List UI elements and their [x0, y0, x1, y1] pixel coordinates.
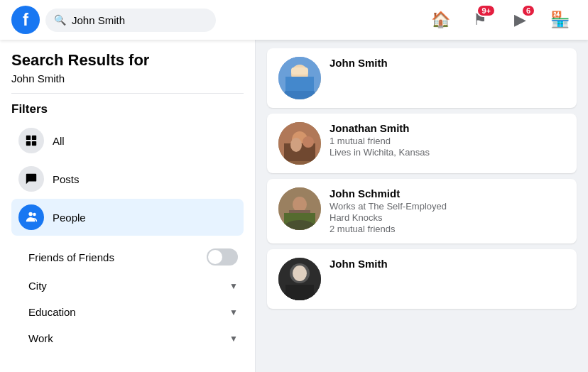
facebook-logo[interactable]: f	[11, 6, 40, 34]
filters-label: Filters	[11, 102, 244, 116]
table-row[interactable]: John Smith	[267, 249, 577, 309]
svg-rect-8	[285, 77, 314, 91]
table-row[interactable]: John Smith	[267, 48, 577, 108]
search-input[interactable]	[72, 14, 207, 26]
work-chevron-icon: ▼	[229, 334, 238, 344]
home-button[interactable]: 🏠	[423, 3, 457, 37]
result-card-info: Jonathan Smith 1 mutual friend Lives in …	[330, 122, 430, 158]
sidebar: Search Results for John Smith Filters Al…	[0, 40, 256, 372]
table-row[interactable]: Jonathan Smith 1 mutual friend Lives in …	[267, 114, 577, 173]
friends-of-friends-toggle[interactable]	[207, 248, 238, 266]
city-label: City	[28, 280, 47, 292]
svg-point-13	[303, 136, 314, 148]
sub-filter-education[interactable]: Education ▼	[23, 299, 244, 325]
home-icon: 🏠	[431, 11, 450, 29]
sub-filters: Friends of Friends City ▼ Education ▼ Wo…	[11, 241, 244, 351]
avatar	[278, 187, 321, 230]
svg-rect-2	[26, 141, 31, 146]
result-card-info: John Smith	[330, 57, 388, 70]
work-label: Work	[28, 332, 53, 344]
filter-people-label: People	[53, 212, 86, 224]
svg-rect-3	[32, 141, 36, 146]
search-results-query: John Smith	[11, 72, 244, 84]
friends-of-friends-label: Friends of Friends	[28, 251, 114, 263]
svg-rect-1	[32, 136, 36, 140]
table-row[interactable]: John Schmidt Works at The Self-Employed …	[267, 179, 577, 244]
filter-people-icon	[18, 204, 44, 230]
main-layout: Search Results for John Smith Filters Al…	[0, 40, 588, 372]
filter-all-icon	[18, 128, 44, 153]
filter-posts-label: Posts	[53, 173, 80, 185]
search-results-area: John Smith Jonathan Smith 1 mutual frien…	[256, 40, 588, 372]
result-name: Jonathan Smith	[330, 122, 430, 134]
filter-all-label: All	[53, 135, 65, 147]
result-card-info: John Schmidt Works at The Self-Employed …	[330, 187, 447, 235]
result-mutual-friends: 2 mutual friends	[330, 224, 447, 234]
nav-icon-group: 🏠 ⚑ 9+ ▶ 6 🏪	[423, 3, 577, 37]
search-icon: 🔍	[54, 14, 66, 26]
result-name: John Schmidt	[330, 187, 447, 199]
city-chevron-icon: ▼	[229, 281, 238, 291]
video-badge: 6	[521, 4, 535, 17]
svg-point-22	[293, 266, 307, 281]
notifications-badge: 9+	[477, 4, 496, 17]
sidebar-divider	[11, 93, 244, 94]
store-icon: 🏪	[550, 11, 570, 29]
svg-point-14	[290, 138, 302, 152]
education-label: Education	[28, 306, 76, 318]
result-work: Works at The Self-Employed	[330, 201, 447, 212]
sub-filter-work[interactable]: Work ▼	[23, 325, 244, 351]
svg-rect-24	[285, 285, 314, 300]
result-name: John Smith	[330, 258, 388, 270]
result-card-info: John Smith	[330, 258, 388, 271]
result-name: John Smith	[330, 57, 388, 69]
search-results-title: Search Results for	[11, 51, 244, 70]
avatar	[278, 122, 321, 165]
svg-rect-7	[291, 67, 308, 75]
filter-posts-icon	[18, 166, 44, 192]
notifications-button[interactable]: ⚑ 9+	[463, 3, 497, 37]
video-button[interactable]: ▶ 6	[503, 3, 537, 37]
sub-filter-friends-of-friends[interactable]: Friends of Friends	[23, 241, 244, 273]
filter-all[interactable]: All	[11, 122, 244, 159]
marketplace-button[interactable]: 🏪	[543, 3, 577, 37]
filter-people[interactable]: People	[11, 199, 244, 236]
avatar	[278, 57, 321, 99]
filter-posts[interactable]: Posts	[11, 160, 244, 197]
education-chevron-icon: ▼	[229, 307, 238, 317]
result-mutual-friends: 1 mutual friend	[330, 136, 430, 146]
search-box[interactable]: 🔍	[45, 9, 216, 32]
result-location: Lives in Wichita, Kansas	[330, 147, 430, 158]
result-school: Hard Knocks	[330, 212, 447, 223]
top-navigation: f 🔍 🏠 ⚑ 9+ ▶ 6 🏪	[0, 0, 588, 40]
svg-rect-0	[26, 136, 31, 140]
sub-filter-city[interactable]: City ▼	[23, 273, 244, 299]
avatar	[278, 258, 321, 300]
svg-point-16	[293, 197, 307, 212]
